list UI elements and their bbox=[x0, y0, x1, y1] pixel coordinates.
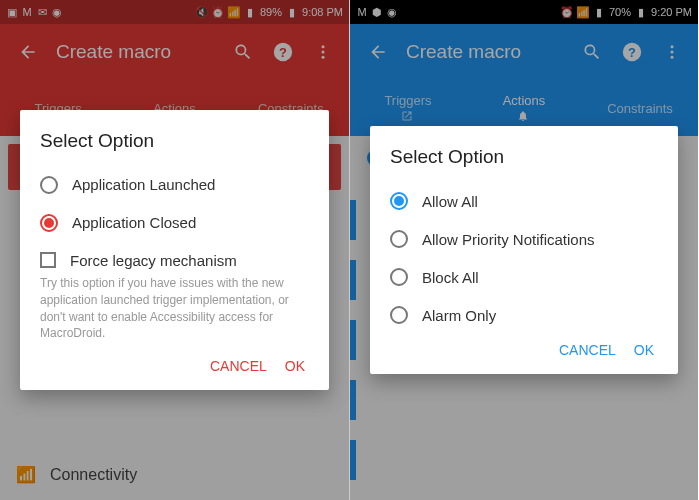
radio-allow-priority[interactable]: Allow Priority Notifications bbox=[390, 220, 658, 258]
radio-icon bbox=[390, 268, 408, 286]
left-phone-screen: ▣ M ✉ ◉ 🔇 ⏰ 📶 ▮ 89% ▮ 9:08 PM Create mac… bbox=[0, 0, 349, 500]
cancel-button[interactable]: CANCEL bbox=[210, 358, 267, 374]
radio-icon bbox=[40, 214, 58, 232]
select-option-dialog: Select Option Allow All Allow Priority N… bbox=[370, 126, 678, 374]
radio-icon bbox=[40, 176, 58, 194]
checkbox-force-legacy[interactable]: Force legacy mechanism bbox=[40, 242, 309, 275]
dialog-overlay: Select Option Application Launched Appli… bbox=[0, 0, 349, 500]
dialog-title: Select Option bbox=[40, 130, 309, 152]
ok-button[interactable]: OK bbox=[634, 342, 654, 358]
ok-button[interactable]: OK bbox=[285, 358, 305, 374]
radio-block-all[interactable]: Block All bbox=[390, 258, 658, 296]
dialog-overlay: Select Option Allow All Allow Priority N… bbox=[350, 0, 698, 500]
hint-text: Try this option if you have issues with … bbox=[40, 275, 309, 342]
dialog-title: Select Option bbox=[390, 146, 658, 168]
radio-allow-all[interactable]: Allow All bbox=[390, 182, 658, 220]
radio-alarm-only[interactable]: Alarm Only bbox=[390, 296, 658, 334]
right-phone-screen: M ⬢ ◉ ⏰ 📶 ▮ 70% ▮ 9:20 PM Create macro ? bbox=[349, 0, 698, 500]
radio-icon bbox=[390, 192, 408, 210]
radio-application-launched[interactable]: Application Launched bbox=[40, 166, 309, 204]
radio-application-closed[interactable]: Application Closed bbox=[40, 204, 309, 242]
radio-icon bbox=[390, 306, 408, 324]
radio-icon bbox=[390, 230, 408, 248]
select-option-dialog: Select Option Application Launched Appli… bbox=[20, 110, 329, 390]
cancel-button[interactable]: CANCEL bbox=[559, 342, 616, 358]
checkbox-icon bbox=[40, 252, 56, 268]
